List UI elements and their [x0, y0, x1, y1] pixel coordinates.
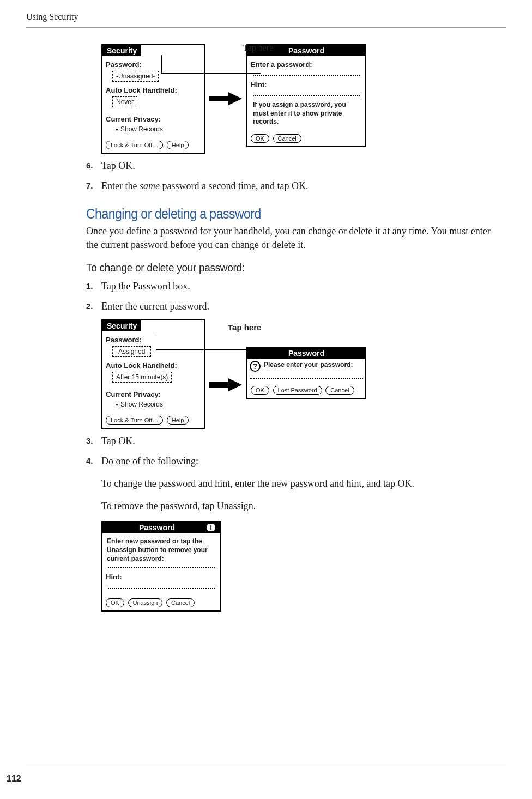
- help-button[interactable]: Help: [167, 416, 189, 425]
- cancel-button[interactable]: Cancel: [166, 598, 195, 607]
- ok-button[interactable]: OK: [251, 386, 269, 395]
- step-1: 1. Tap the Password box.: [86, 279, 495, 294]
- figure-1: Tap here Security Password: -Unassigned-…: [101, 44, 495, 153]
- enter-password-label: Enter a password:: [251, 60, 362, 69]
- autolock-label: Auto Lock Handheld:: [106, 86, 201, 94]
- step-3: 3. Tap OK.: [86, 434, 495, 449]
- step-text-em: same: [140, 180, 160, 191]
- figure-3: Password i Enter new password or tap the…: [101, 521, 495, 612]
- new-password-prompt: Enter new password or tap the Unassign b…: [107, 537, 216, 563]
- tap-here-label: Tap here: [228, 323, 261, 332]
- svg-marker-1: [209, 378, 242, 391]
- password-input[interactable]: [108, 563, 215, 568]
- step-text: Tap OK.: [101, 434, 495, 449]
- step-4: 4. Do one of the following:: [86, 454, 495, 469]
- hint-label: Hint:: [251, 81, 362, 89]
- step-number: 6.: [86, 159, 101, 173]
- info-icon[interactable]: i: [207, 524, 215, 531]
- lost-password-button[interactable]: Lost Password: [273, 386, 322, 395]
- title-text: Password: [139, 523, 175, 532]
- password-title: Password: [247, 348, 365, 359]
- step-number: 2.: [86, 299, 101, 314]
- step-text-b: password a second time, and tap OK.: [160, 180, 308, 191]
- step-6: 6. Tap OK.: [86, 159, 495, 173]
- hint-input[interactable]: [108, 583, 215, 589]
- autolock-label: Auto Lock Handheld:: [106, 361, 201, 370]
- sub-heading: To change or delete your password:: [86, 261, 495, 274]
- cancel-button[interactable]: Cancel: [325, 386, 354, 395]
- privacy-dropdown[interactable]: Show Records: [116, 125, 201, 133]
- tap-here-pointer: [161, 55, 261, 74]
- hint-input[interactable]: [253, 91, 360, 96]
- password-input[interactable]: [250, 374, 363, 379]
- tap-here-label: Tap here: [243, 43, 273, 53]
- step-4-option-1: To change the password and hint, enter t…: [101, 476, 495, 491]
- cancel-button[interactable]: Cancel: [273, 134, 301, 143]
- step-text: Tap OK.: [101, 159, 495, 173]
- step-number: 1.: [86, 279, 101, 294]
- help-button[interactable]: Help: [167, 141, 189, 149]
- privacy-label: Current Privacy:: [106, 390, 201, 398]
- step-number: 4.: [86, 454, 101, 469]
- figure-2: Tap here Security Password: -Assigned- A…: [101, 319, 495, 428]
- password-prompt: Please enter your password:: [264, 361, 353, 370]
- password-box[interactable]: -Assigned-: [112, 346, 151, 357]
- password-box[interactable]: -Unassigned-: [112, 71, 159, 82]
- section-heading: Changing or deleting a password: [86, 205, 495, 222]
- tap-here-pointer: [156, 334, 246, 350]
- security-title: Security: [102, 320, 141, 331]
- step-text: Enter the current password.: [101, 299, 495, 314]
- step-text: Enter the same password a second time, a…: [101, 179, 495, 193]
- password-title: Password i: [102, 522, 220, 533]
- password-note: If you assign a password, you must enter…: [253, 101, 360, 126]
- page-number: 112: [7, 774, 21, 784]
- privacy-label: Current Privacy:: [106, 115, 201, 123]
- section-para: Once you define a password for your hand…: [86, 225, 495, 252]
- step-text-a: Enter the: [101, 180, 140, 191]
- ok-button[interactable]: OK: [106, 598, 124, 607]
- page-header: Using Security: [26, 0, 506, 27]
- lock-turnoff-button[interactable]: Lock & Turn Off…: [106, 141, 163, 149]
- step-number: 3.: [86, 434, 101, 449]
- step-number: 7.: [86, 179, 101, 193]
- arrow-icon: [209, 378, 242, 391]
- footer-rule: [26, 766, 506, 766]
- password-input[interactable]: [253, 71, 360, 76]
- step-4-option-2: To remove the password, tap Unassign.: [101, 499, 495, 513]
- autolock-box[interactable]: After 15 minute(s): [112, 372, 172, 383]
- lock-turnoff-button[interactable]: Lock & Turn Off…: [106, 416, 163, 425]
- arrow-icon: [209, 92, 242, 105]
- password-dialog: Password Enter a password: Hint: If you …: [246, 44, 366, 147]
- question-icon: ?: [250, 361, 261, 372]
- unassign-button[interactable]: Unassign: [128, 598, 163, 607]
- step-7: 7. Enter the same password a second time…: [86, 179, 495, 193]
- step-2: 2. Enter the current password.: [86, 299, 495, 314]
- autolock-box[interactable]: Never: [112, 96, 137, 107]
- privacy-dropdown[interactable]: Show Records: [116, 401, 201, 408]
- step-text: Do one of the following:: [101, 454, 495, 469]
- hint-label: Hint:: [106, 573, 217, 581]
- svg-marker-0: [209, 92, 242, 105]
- ok-button[interactable]: OK: [251, 134, 269, 143]
- new-password-dialog: Password i Enter new password or tap the…: [101, 521, 221, 612]
- step-text: Tap the Password box.: [101, 279, 495, 294]
- header-rule: [26, 27, 506, 28]
- password-prompt-dialog: Password ? Please enter your password: O…: [246, 347, 366, 399]
- security-title: Security: [102, 45, 141, 56]
